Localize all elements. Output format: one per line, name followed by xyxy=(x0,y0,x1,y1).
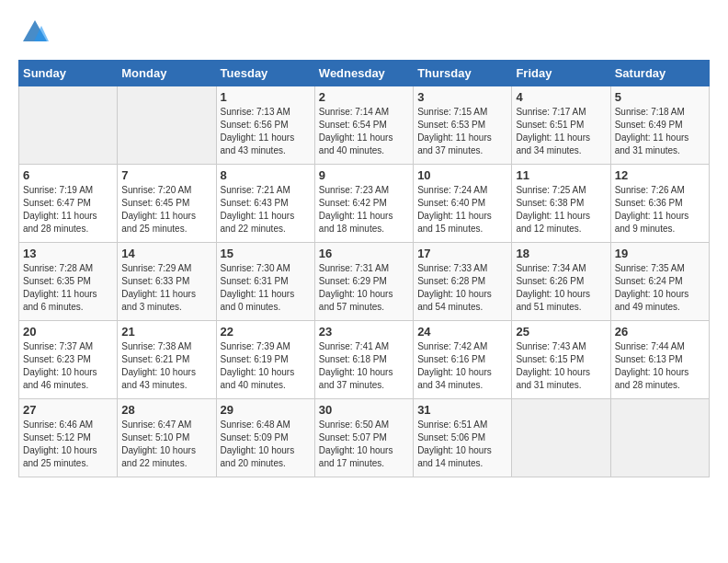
calendar-cell: 6Sunrise: 7:19 AM Sunset: 6:47 PM Daylig… xyxy=(19,164,118,242)
day-number: 6 xyxy=(23,168,113,182)
calendar-cell: 21Sunrise: 7:38 AM Sunset: 6:21 PM Dayli… xyxy=(118,320,216,398)
day-info: Sunrise: 7:41 AM Sunset: 6:18 PM Dayligh… xyxy=(319,340,409,392)
calendar-week-4: 20Sunrise: 7:37 AM Sunset: 6:23 PM Dayli… xyxy=(19,320,710,398)
calendar-cell: 30Sunrise: 6:50 AM Sunset: 5:07 PM Dayli… xyxy=(314,398,413,477)
day-header-thursday: Thursday xyxy=(414,60,512,86)
day-info: Sunrise: 7:23 AM Sunset: 6:42 PM Dayligh… xyxy=(319,184,409,236)
calendar-cell: 24Sunrise: 7:42 AM Sunset: 6:16 PM Dayli… xyxy=(414,320,512,398)
day-number: 8 xyxy=(221,168,311,182)
day-info: Sunrise: 7:28 AM Sunset: 6:35 PM Dayligh… xyxy=(23,262,113,314)
calendar-week-2: 6Sunrise: 7:19 AM Sunset: 6:47 PM Daylig… xyxy=(19,164,710,242)
calendar-cell: 18Sunrise: 7:34 AM Sunset: 6:26 PM Dayli… xyxy=(512,242,610,320)
day-info: Sunrise: 7:42 AM Sunset: 6:16 PM Dayligh… xyxy=(417,340,507,392)
day-info: Sunrise: 7:35 AM Sunset: 6:24 PM Dayligh… xyxy=(615,262,705,314)
calendar-cell xyxy=(118,86,216,164)
day-number: 24 xyxy=(417,325,507,339)
calendar-cell: 8Sunrise: 7:21 AM Sunset: 6:43 PM Daylig… xyxy=(216,164,314,242)
calendar-cell: 14Sunrise: 7:29 AM Sunset: 6:33 PM Dayli… xyxy=(118,242,216,320)
day-number: 21 xyxy=(121,325,211,339)
calendar-cell: 20Sunrise: 7:37 AM Sunset: 6:23 PM Dayli… xyxy=(19,320,118,398)
day-number: 29 xyxy=(221,403,311,417)
calendar-cell: 19Sunrise: 7:35 AM Sunset: 6:24 PM Dayli… xyxy=(610,242,709,320)
day-number: 16 xyxy=(319,247,409,260)
calendar-cell: 26Sunrise: 7:44 AM Sunset: 6:13 PM Dayli… xyxy=(610,320,709,398)
calendar-cell: 4Sunrise: 7:17 AM Sunset: 6:51 PM Daylig… xyxy=(512,86,610,164)
day-number: 25 xyxy=(516,325,606,339)
day-number: 12 xyxy=(615,168,705,182)
day-info: Sunrise: 7:39 AM Sunset: 6:19 PM Dayligh… xyxy=(221,340,311,392)
day-number: 4 xyxy=(516,90,606,104)
calendar-cell: 3Sunrise: 7:15 AM Sunset: 6:53 PM Daylig… xyxy=(414,86,512,164)
day-number: 22 xyxy=(221,325,311,339)
calendar-cell: 29Sunrise: 6:48 AM Sunset: 5:09 PM Dayli… xyxy=(216,398,314,477)
day-number: 13 xyxy=(23,247,113,260)
calendar-cell: 28Sunrise: 6:47 AM Sunset: 5:10 PM Dayli… xyxy=(118,398,216,477)
day-info: Sunrise: 7:43 AM Sunset: 6:15 PM Dayligh… xyxy=(516,340,606,392)
day-number: 9 xyxy=(319,168,409,182)
day-info: Sunrise: 7:30 AM Sunset: 6:31 PM Dayligh… xyxy=(221,262,311,314)
day-header-tuesday: Tuesday xyxy=(216,60,314,86)
day-number: 1 xyxy=(221,90,311,104)
day-number: 19 xyxy=(615,247,705,260)
day-info: Sunrise: 7:25 AM Sunset: 6:38 PM Dayligh… xyxy=(516,184,606,236)
day-info: Sunrise: 6:48 AM Sunset: 5:09 PM Dayligh… xyxy=(221,419,311,470)
calendar-cell xyxy=(610,398,709,477)
calendar-cell: 10Sunrise: 7:24 AM Sunset: 6:40 PM Dayli… xyxy=(414,164,512,242)
day-info: Sunrise: 6:46 AM Sunset: 5:12 PM Dayligh… xyxy=(23,419,113,470)
day-info: Sunrise: 7:34 AM Sunset: 6:26 PM Dayligh… xyxy=(516,262,606,314)
day-header-friday: Friday xyxy=(512,60,610,86)
day-header-wednesday: Wednesday xyxy=(314,60,413,86)
calendar-cell: 31Sunrise: 6:51 AM Sunset: 5:06 PM Dayli… xyxy=(414,398,512,477)
day-number: 26 xyxy=(615,325,705,339)
day-info: Sunrise: 6:51 AM Sunset: 5:06 PM Dayligh… xyxy=(417,419,507,470)
day-info: Sunrise: 7:18 AM Sunset: 6:49 PM Dayligh… xyxy=(615,106,705,157)
day-info: Sunrise: 7:44 AM Sunset: 6:13 PM Dayligh… xyxy=(615,340,705,392)
day-number: 18 xyxy=(516,247,606,260)
day-header-monday: Monday xyxy=(118,60,216,86)
day-number: 2 xyxy=(319,90,409,104)
day-number: 20 xyxy=(23,325,113,339)
day-number: 5 xyxy=(615,90,705,104)
day-info: Sunrise: 7:29 AM Sunset: 6:33 PM Dayligh… xyxy=(121,262,211,314)
day-number: 11 xyxy=(516,168,606,182)
page-header xyxy=(18,18,710,51)
day-number: 27 xyxy=(23,403,113,417)
day-header-saturday: Saturday xyxy=(610,60,709,86)
day-info: Sunrise: 7:38 AM Sunset: 6:21 PM Dayligh… xyxy=(121,340,211,392)
calendar-cell: 11Sunrise: 7:25 AM Sunset: 6:38 PM Dayli… xyxy=(512,164,610,242)
logo xyxy=(18,18,49,51)
calendar-cell: 13Sunrise: 7:28 AM Sunset: 6:35 PM Dayli… xyxy=(19,242,118,320)
calendar-week-3: 13Sunrise: 7:28 AM Sunset: 6:35 PM Dayli… xyxy=(19,242,710,320)
day-info: Sunrise: 7:19 AM Sunset: 6:47 PM Dayligh… xyxy=(23,184,113,236)
day-info: Sunrise: 7:20 AM Sunset: 6:45 PM Dayligh… xyxy=(121,184,211,236)
day-info: Sunrise: 7:26 AM Sunset: 6:36 PM Dayligh… xyxy=(615,184,705,236)
calendar-cell: 9Sunrise: 7:23 AM Sunset: 6:42 PM Daylig… xyxy=(314,164,413,242)
day-number: 23 xyxy=(319,325,409,339)
calendar-header-row: SundayMondayTuesdayWednesdayThursdayFrid… xyxy=(19,60,710,86)
calendar-week-5: 27Sunrise: 6:46 AM Sunset: 5:12 PM Dayli… xyxy=(19,398,710,477)
calendar-cell xyxy=(19,86,118,164)
calendar-cell: 17Sunrise: 7:33 AM Sunset: 6:28 PM Dayli… xyxy=(414,242,512,320)
calendar-cell: 1Sunrise: 7:13 AM Sunset: 6:56 PM Daylig… xyxy=(216,86,314,164)
day-info: Sunrise: 7:17 AM Sunset: 6:51 PM Dayligh… xyxy=(516,106,606,157)
day-number: 10 xyxy=(417,168,507,182)
calendar-cell: 23Sunrise: 7:41 AM Sunset: 6:18 PM Dayli… xyxy=(314,320,413,398)
calendar-cell: 22Sunrise: 7:39 AM Sunset: 6:19 PM Dayli… xyxy=(216,320,314,398)
day-header-sunday: Sunday xyxy=(19,60,118,86)
day-info: Sunrise: 7:15 AM Sunset: 6:53 PM Dayligh… xyxy=(417,106,507,157)
calendar-week-1: 1Sunrise: 7:13 AM Sunset: 6:56 PM Daylig… xyxy=(19,86,710,164)
day-info: Sunrise: 7:21 AM Sunset: 6:43 PM Dayligh… xyxy=(221,184,311,236)
day-info: Sunrise: 6:50 AM Sunset: 5:07 PM Dayligh… xyxy=(319,419,409,470)
day-info: Sunrise: 7:13 AM Sunset: 6:56 PM Dayligh… xyxy=(221,106,311,157)
day-number: 28 xyxy=(121,403,211,417)
calendar-cell xyxy=(512,398,610,477)
day-number: 14 xyxy=(121,247,211,260)
day-number: 17 xyxy=(417,247,507,260)
day-number: 30 xyxy=(319,403,409,417)
day-number: 3 xyxy=(417,90,507,104)
calendar-cell: 5Sunrise: 7:18 AM Sunset: 6:49 PM Daylig… xyxy=(610,86,709,164)
calendar-cell: 12Sunrise: 7:26 AM Sunset: 6:36 PM Dayli… xyxy=(610,164,709,242)
day-info: Sunrise: 7:24 AM Sunset: 6:40 PM Dayligh… xyxy=(417,184,507,236)
calendar-cell: 15Sunrise: 7:30 AM Sunset: 6:31 PM Dayli… xyxy=(216,242,314,320)
day-number: 15 xyxy=(221,247,311,260)
